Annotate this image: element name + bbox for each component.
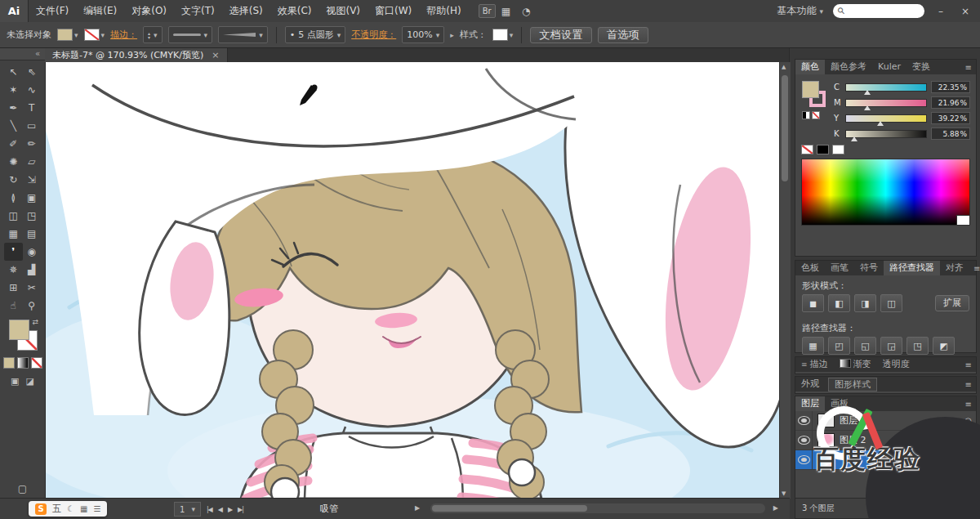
fill-stroke-proxy[interactable] bbox=[801, 80, 827, 121]
stroke-panel-link[interactable]: 描边： bbox=[110, 29, 137, 41]
eyedropper-tool[interactable]: ❜ bbox=[4, 243, 23, 261]
gradient-button[interactable] bbox=[17, 357, 29, 369]
close-button[interactable]: × bbox=[957, 6, 973, 17]
tab-appearance[interactable]: 外观 bbox=[795, 377, 825, 391]
search-input[interactable] bbox=[848, 6, 908, 17]
rotate-tool[interactable]: ↻ bbox=[4, 171, 23, 189]
ime-toolbar[interactable]: S 五 ☾ ▦ ☰ bbox=[29, 501, 107, 517]
tab-stroke[interactable]: ≡描边 bbox=[795, 357, 834, 372]
blob-brush-tool[interactable]: ✺ bbox=[4, 153, 23, 171]
unite-button[interactable]: ◼ bbox=[802, 294, 824, 312]
tab-brushes[interactable]: 画笔 bbox=[825, 261, 854, 275]
menu-help[interactable]: 帮助(H) bbox=[419, 0, 468, 22]
mesh-tool[interactable]: ▦ bbox=[4, 225, 23, 243]
merge-button[interactable]: ◱ bbox=[854, 337, 876, 355]
line-segment-tool[interactable]: ╲ bbox=[4, 117, 23, 135]
menu-edit[interactable]: 编辑(E) bbox=[76, 0, 124, 22]
none-swatch[interactable] bbox=[801, 145, 813, 154]
menu-select[interactable]: 选择(S) bbox=[222, 0, 270, 22]
exclude-button[interactable]: ◫ bbox=[880, 294, 902, 312]
spinner-icon[interactable]: ▴▾ bbox=[148, 31, 150, 39]
screen-mode-button[interactable]: ▢ bbox=[0, 483, 45, 494]
black-swatch[interactable] bbox=[817, 145, 829, 154]
tab-transform[interactable]: 变换 bbox=[906, 60, 936, 74]
stroke-weight-stepper[interactable]: ▴▾ ▾ bbox=[143, 26, 163, 43]
tab-kuler[interactable]: Kuler bbox=[872, 60, 906, 74]
color-spectrum[interactable] bbox=[801, 159, 970, 226]
pencil-tool[interactable]: ✏ bbox=[23, 135, 42, 153]
artwork-canvas[interactable] bbox=[45, 62, 790, 499]
draw-behind-icon[interactable]: ◪ bbox=[26, 376, 34, 387]
bridge-button[interactable]: Br bbox=[479, 4, 496, 18]
type-tool[interactable]: T bbox=[23, 99, 42, 117]
menu-view[interactable]: 视图(V) bbox=[318, 0, 368, 22]
document-setup-button[interactable]: 文档设置 bbox=[530, 27, 591, 43]
opacity-value-dropdown[interactable]: 100% ▾ bbox=[402, 26, 444, 43]
crop-button[interactable]: ◲ bbox=[880, 337, 902, 355]
horizontal-scroll-thumb[interactable] bbox=[432, 505, 587, 512]
proxy-fill-swatch[interactable] bbox=[802, 81, 819, 98]
white-swatch[interactable] bbox=[832, 145, 844, 154]
ime-mode[interactable]: 五 bbox=[52, 503, 61, 515]
horizontal-scrollbar[interactable] bbox=[430, 503, 765, 513]
visibility-toggle[interactable] bbox=[795, 411, 813, 430]
perspective-grid-tool[interactable]: ◳ bbox=[23, 207, 42, 225]
scroll-down-icon[interactable]: ▼ bbox=[782, 490, 786, 497]
menu-effect[interactable]: 效果(C) bbox=[270, 0, 319, 22]
artboard-tool[interactable]: ⊞ bbox=[4, 279, 23, 297]
tab-close-icon[interactable]: × bbox=[212, 50, 219, 60]
expand-button[interactable]: 扩展 bbox=[935, 295, 969, 311]
scroll-right-icon[interactable]: ▶ bbox=[773, 504, 778, 512]
brush-shape-dropdown[interactable]: • 5 点圆形 ▾ bbox=[285, 26, 346, 43]
artboard-number-dropdown[interactable]: 1 ▾ bbox=[174, 502, 201, 517]
minimize-button[interactable]: – bbox=[934, 6, 947, 17]
eraser-tool[interactable]: ▱ bbox=[23, 153, 42, 171]
cyan-value[interactable]: 22.35% bbox=[931, 81, 970, 93]
tab-transparency[interactable]: 透明度 bbox=[877, 357, 915, 372]
scale-tool[interactable]: ⇲ bbox=[23, 171, 42, 189]
minus-back-button[interactable]: ◩ bbox=[933, 337, 955, 355]
first-artboard-button[interactable]: |◀ bbox=[207, 506, 212, 513]
slice-tool[interactable]: ✂ bbox=[23, 279, 42, 297]
scroll-up-icon[interactable]: ▲ bbox=[782, 64, 786, 70]
none-mini-swatch[interactable] bbox=[812, 111, 820, 119]
status-menu-icon[interactable]: ▶ bbox=[415, 504, 420, 512]
panel-menu-icon[interactable]: ≡ bbox=[961, 360, 976, 369]
bw-mini-swatch[interactable] bbox=[802, 111, 810, 119]
minus-front-button[interactable]: ◧ bbox=[828, 294, 850, 312]
opacity-panel-arrow-icon[interactable]: ▸ bbox=[450, 31, 454, 39]
tab-swatches[interactable]: 色板 bbox=[795, 261, 825, 275]
lasso-tool[interactable]: ∿ bbox=[23, 81, 42, 99]
black-slider[interactable] bbox=[845, 130, 927, 138]
draw-normal-icon[interactable]: ▣ bbox=[11, 376, 19, 387]
gradient-tool[interactable]: ▤ bbox=[23, 225, 42, 243]
opacity-link[interactable]: 不透明度： bbox=[351, 29, 396, 41]
free-transform-tool[interactable]: ▣ bbox=[23, 189, 42, 207]
tab-graphic-styles[interactable]: 图形样式 bbox=[828, 378, 877, 391]
panel-menu-icon[interactable]: ≡ bbox=[969, 264, 980, 273]
document-tab[interactable]: 未标题-7* @ 170.93% (CMYK/预览) × bbox=[45, 47, 228, 62]
symbol-sprayer-tool[interactable]: ✵ bbox=[4, 261, 23, 279]
menu-type[interactable]: 文字(T) bbox=[174, 0, 222, 22]
menu-window[interactable]: 窗口(W) bbox=[368, 0, 419, 22]
cyan-slider[interactable] bbox=[845, 83, 927, 92]
magenta-slider[interactable] bbox=[845, 99, 927, 107]
menu-file[interactable]: 文件(F) bbox=[29, 0, 76, 22]
tab-align[interactable]: 对齐 bbox=[940, 261, 969, 275]
cs-live-icon[interactable]: ◔ bbox=[516, 6, 536, 17]
pen-tool[interactable]: ✒ bbox=[4, 99, 23, 117]
shape-builder-tool[interactable]: ◫ bbox=[4, 207, 23, 225]
workspace-switcher[interactable]: 基本功能 ▾ bbox=[777, 4, 823, 18]
visibility-toggle[interactable] bbox=[795, 450, 813, 469]
last-artboard-button[interactable]: ▶| bbox=[238, 506, 243, 513]
moon-icon[interactable]: ☾ bbox=[67, 504, 74, 513]
fill-color-dropdown[interactable]: ▾ bbox=[57, 29, 78, 41]
tab-pathfinder[interactable]: 路径查找器 bbox=[884, 261, 940, 275]
width-profile-dropdown[interactable]: ▾ bbox=[168, 26, 213, 43]
vertical-scrollbar[interactable]: ▲ ▼ bbox=[779, 62, 791, 499]
intersect-button[interactable]: ◨ bbox=[854, 294, 876, 312]
stroke-color-dropdown[interactable]: ▾ bbox=[84, 29, 105, 41]
preferences-button[interactable]: 首选项 bbox=[598, 27, 648, 43]
tab-gradient[interactable]: 渐变 bbox=[834, 357, 877, 372]
arrange-documents-icon[interactable]: ▦ bbox=[496, 6, 516, 17]
